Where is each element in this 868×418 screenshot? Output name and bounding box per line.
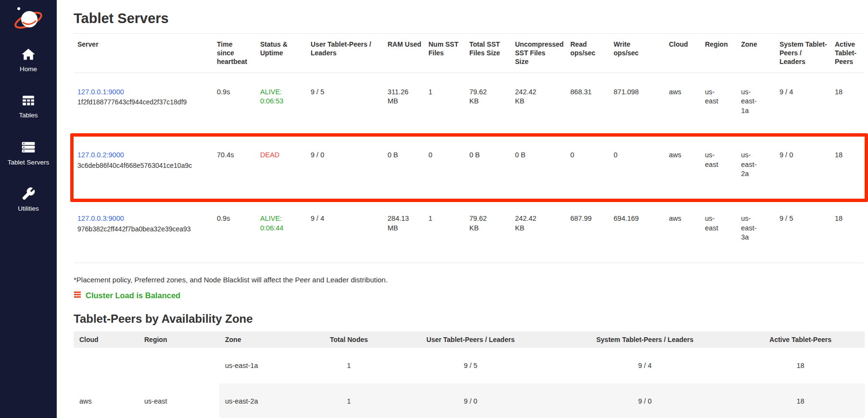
cell-read-ops: 868.31 <box>566 73 610 136</box>
server-row-dead: 127.0.0.2:9000 3c6deb86f40c4f668e5763041… <box>74 136 865 200</box>
cell-user-peers: 9 / 5 <box>388 348 554 383</box>
cell-status: ALIVE: 0:06:44 <box>256 199 307 263</box>
sidebar-item-label: Utilities <box>18 205 39 213</box>
sidebar-item-label: Tables <box>19 112 38 119</box>
cell-total-sst: 0 B <box>465 136 511 200</box>
zones-header-row: Cloud Region Zone Total Nodes User Table… <box>74 331 865 348</box>
cell-cloud: aws <box>665 136 701 200</box>
col-header-region: Region <box>138 331 219 348</box>
server-list-icon <box>74 291 82 301</box>
cell-system-peers: 9 / 0 <box>554 383 736 418</box>
cell-status: ALIVE: 0:06:53 <box>256 73 307 136</box>
cell-cloud: aws <box>74 348 138 418</box>
cell-write-ops: 0 <box>610 136 665 200</box>
status-text: ALIVE: <box>260 214 303 224</box>
col-header-system-peers: System Tablet-Peers / Leaders <box>776 34 831 73</box>
col-header-region: Region <box>701 34 737 73</box>
server-link[interactable]: 127.0.0.1:9000 <box>77 88 124 96</box>
col-header-total-sst: Total SST Files Size <box>465 34 511 73</box>
cell-uncompressed-sst: 242.42 KB <box>511 199 566 263</box>
sidebar: Home Tables <box>0 0 57 418</box>
cell-cloud: aws <box>665 199 701 263</box>
col-header-active-peers: Active Tablet-Peers <box>736 331 865 348</box>
col-header-zone: Zone <box>737 34 776 73</box>
uptime-text: 0:06:44 <box>260 224 303 233</box>
zone-row: aws us-east us-east-1a 1 9 / 5 9 / 4 18 <box>74 348 865 383</box>
cell-region: us-east <box>701 73 737 136</box>
yugabytedb-logo[interactable] <box>13 4 44 35</box>
server-link[interactable]: 127.0.0.3:9000 <box>77 215 124 222</box>
server-row: 127.0.0.1:9000 1f2fd188777643cf944ced2f3… <box>74 73 865 136</box>
cell-ram: 311.26 MB <box>384 73 425 136</box>
col-header-heartbeat: Time since heartbeat <box>213 34 256 73</box>
col-header-ram: RAM Used <box>384 34 425 73</box>
server-uuid: 976b382c2ff442f7ba0bea32e39cea93 <box>77 225 209 234</box>
cell-total-nodes: 1 <box>310 383 388 418</box>
cell-heartbeat: 0.9s <box>213 73 256 136</box>
sidebar-item-label: Home <box>20 66 37 73</box>
col-header-status-uptime: Status & Uptime <box>256 34 307 73</box>
page-title: Tablet Servers <box>74 11 868 26</box>
sidebar-item-utilities[interactable]: Utilities <box>0 187 57 213</box>
col-header-uncompressed-sst: Uncompressed SST Files Size <box>511 34 566 73</box>
sidebar-item-home[interactable]: Home <box>0 47 57 73</box>
utilities-wrench-icon <box>21 187 36 203</box>
col-header-cloud: Cloud <box>74 331 138 348</box>
status-text: DEAD <box>260 151 303 160</box>
server-uuid: 1f2fd188777643cf944ced2f37c18df9 <box>77 98 209 107</box>
placement-footnote: *Placement policy, Preferred zones, and … <box>74 276 868 284</box>
server-uuid: 3c6deb86f40c4f668e5763041ce10a9c <box>77 161 209 170</box>
server-link[interactable]: 127.0.0.2:9000 <box>77 151 124 159</box>
cell-user-peers: 9 / 4 <box>307 199 384 263</box>
cell-zone: us-east-1a <box>219 348 310 383</box>
cell-heartbeat: 70.4s <box>213 136 256 200</box>
cell-active-peers: 18 <box>831 199 865 263</box>
zones-table: Cloud Region Zone Total Nodes User Table… <box>74 331 865 418</box>
cell-region: us-east <box>138 348 219 418</box>
cell-read-ops: 687.99 <box>566 199 610 263</box>
cell-zone: us-east-1a <box>737 73 776 136</box>
cell-write-ops: 694.169 <box>610 199 665 263</box>
cell-num-sst: 1 <box>425 73 465 136</box>
cell-active-peers: 18 <box>831 136 865 200</box>
app-root: Home Tables <box>0 0 868 418</box>
cell-write-ops: 871.098 <box>610 73 665 136</box>
servers-header-row: Server Time since heartbeat Status & Upt… <box>74 34 865 73</box>
col-header-user-peers: User Tablet-Peers / Leaders <box>307 34 384 73</box>
server-row: 127.0.0.3:9000 976b382c2ff442f7ba0bea32e… <box>74 199 865 263</box>
col-header-read-ops: Read ops/sec <box>566 34 610 73</box>
cell-server: 127.0.0.1:9000 1f2fd188777643cf944ced2f3… <box>74 73 213 136</box>
sidebar-item-tablet-servers[interactable]: Tablet Servers <box>0 139 57 166</box>
cell-user-peers: 9 / 0 <box>388 383 554 418</box>
home-icon <box>21 47 36 63</box>
cell-zone: us-east-3a <box>737 199 776 263</box>
col-header-num-sst: Num SST Files <box>425 34 465 73</box>
col-header-system-peers: System Tablet-Peers / Leaders <box>554 331 736 348</box>
col-header-server: Server <box>74 34 213 73</box>
cell-server: 127.0.0.2:9000 3c6deb86f40c4f668e5763041… <box>74 136 213 200</box>
servers-table: Server Time since heartbeat Status & Upt… <box>74 33 865 263</box>
cell-user-peers: 9 / 0 <box>307 136 384 200</box>
cell-ram: 0 B <box>384 136 425 200</box>
col-header-write-ops: Write ops/sec <box>610 34 665 73</box>
cell-total-sst: 79.62 KB <box>465 73 511 136</box>
cell-zone: us-east-2a <box>219 383 310 418</box>
col-header-active-peers: Active Tablet-Peers <box>831 34 865 73</box>
cell-user-peers: 9 / 5 <box>307 73 384 136</box>
cell-total-nodes: 1 <box>310 348 388 383</box>
cell-ram: 284.13 MB <box>384 199 425 263</box>
cluster-status-text: Cluster Load is Balanced <box>86 291 180 300</box>
tablet-servers-icon <box>21 139 36 157</box>
cell-active-peers: 18 <box>736 348 865 383</box>
sidebar-item-label: Tablet Servers <box>8 159 49 166</box>
cell-num-sst: 1 <box>425 199 465 263</box>
cell-system-peers: 9 / 0 <box>776 136 831 200</box>
col-header-zone: Zone <box>219 331 310 348</box>
cell-zone: us-east-2a <box>737 136 776 200</box>
tables-icon <box>21 93 36 110</box>
status-text: ALIVE: <box>260 88 303 97</box>
col-header-user-peers: User Tablet-Peers / Leaders <box>388 331 554 348</box>
cluster-status: Cluster Load is Balanced <box>74 291 868 301</box>
cell-server: 127.0.0.3:9000 976b382c2ff442f7ba0bea32e… <box>74 199 213 263</box>
sidebar-item-tables[interactable]: Tables <box>0 93 57 119</box>
